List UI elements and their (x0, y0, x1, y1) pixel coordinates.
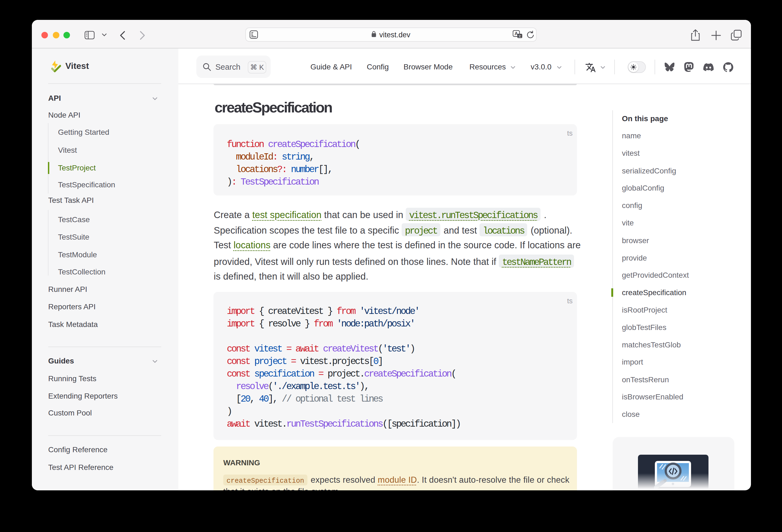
svg-text:文: 文 (518, 34, 522, 38)
